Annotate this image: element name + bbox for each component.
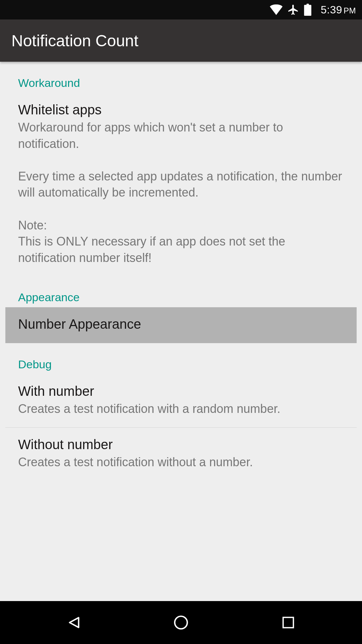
pref-whitelist-apps[interactable]: Whitelist apps Workaround for apps which… xyxy=(0,93,362,276)
pref-title-number-appearance: Number Appearance xyxy=(18,317,344,332)
back-button[interactable] xyxy=(62,611,85,634)
svg-rect-1 xyxy=(306,4,309,5)
status-bar: 5:39PM xyxy=(0,0,362,19)
pref-without-number[interactable]: Without number Creates a test notificati… xyxy=(0,428,362,481)
clock: 5:39PM xyxy=(321,4,356,16)
svg-rect-3 xyxy=(283,618,294,628)
page-title: Notification Count xyxy=(11,32,138,50)
pref-title-whitelist: Whitelist apps xyxy=(18,102,344,117)
svg-point-2 xyxy=(175,616,187,629)
navigation-bar xyxy=(0,601,362,644)
wifi-icon xyxy=(270,4,283,15)
section-header-workaround: Workaround xyxy=(0,62,362,93)
section-header-appearance: Appearance xyxy=(0,276,362,307)
pref-summary-with-number: Creates a test notification with a rando… xyxy=(18,401,344,417)
pref-summary-without-number: Creates a test notification without a nu… xyxy=(18,454,344,471)
pref-title-without-number: Without number xyxy=(18,437,344,452)
pref-summary-whitelist: Workaround for apps which won't set a nu… xyxy=(18,119,344,266)
pref-with-number[interactable]: With number Creates a test notification … xyxy=(0,374,362,427)
pref-number-appearance[interactable]: Number Appearance xyxy=(5,307,357,343)
airplane-mode-icon xyxy=(287,4,299,16)
recent-apps-button[interactable] xyxy=(277,611,300,634)
svg-rect-0 xyxy=(304,5,311,16)
battery-icon xyxy=(304,4,311,16)
clock-time: 5:39 xyxy=(321,4,342,16)
settings-content[interactable]: Workaround Whitelist apps Workaround for… xyxy=(0,62,362,601)
clock-ampm: PM xyxy=(344,6,356,15)
section-header-debug: Debug xyxy=(0,343,362,374)
app-bar: Notification Count xyxy=(0,19,362,62)
pref-title-with-number: With number xyxy=(18,384,344,399)
home-button[interactable] xyxy=(169,611,193,634)
status-icons: 5:39PM xyxy=(270,4,356,16)
